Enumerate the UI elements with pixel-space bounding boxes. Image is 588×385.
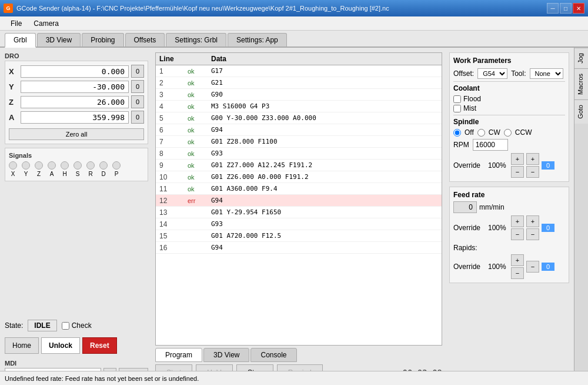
- dro-btn-z[interactable]: 0: [131, 95, 144, 108]
- offset-select[interactable]: G54G55G56G57: [477, 68, 507, 79]
- feedrate-unit: mm/min: [479, 203, 505, 211]
- table-row: 16 G94: [156, 242, 442, 254]
- rapids-override-plus-col: + −: [511, 254, 524, 279]
- rapids-override-minus-big[interactable]: −: [511, 267, 524, 279]
- feed-override-plus-small[interactable]: +: [526, 215, 539, 227]
- feed-override-plus-big[interactable]: +: [511, 215, 524, 227]
- signal-y: Y: [22, 161, 30, 177]
- spindle-off-radio[interactable]: [453, 129, 461, 137]
- row-data: G94: [209, 196, 442, 205]
- dro-input-z[interactable]: [21, 96, 129, 108]
- spindle-override-plus-big[interactable]: +: [511, 153, 524, 165]
- spindle-override-plus-small[interactable]: +: [526, 153, 539, 165]
- menu-file[interactable]: File: [5, 18, 28, 29]
- dro-input-x[interactable]: [21, 65, 129, 78]
- tab-settings-grbl[interactable]: Settings: Grbl: [166, 33, 226, 47]
- dro-input-a[interactable]: [21, 111, 129, 124]
- tab-offsets[interactable]: Offsets: [125, 33, 165, 47]
- rapids-override-minus-small[interactable]: −: [526, 261, 539, 273]
- feed-override-minus-small[interactable]: −: [526, 228, 539, 240]
- signal-label-h: H: [62, 171, 66, 177]
- spindle-ccw-radio[interactable]: [504, 129, 512, 137]
- menu-camera[interactable]: Camera: [28, 18, 65, 29]
- rapids-override-pct: 100%: [488, 263, 509, 271]
- macros-button[interactable]: Macros: [574, 68, 588, 99]
- table-row: 6 ok G94: [156, 124, 442, 136]
- signal-label-x: X: [11, 171, 15, 177]
- tab-probing[interactable]: Probing: [82, 33, 123, 47]
- row-data: G01 A360.000 F9.4: [209, 184, 442, 193]
- main-content: DRO X 0 Y 0 Z 0 A: [0, 48, 588, 385]
- tab-grbl[interactable]: Grbl: [5, 33, 36, 48]
- row-line: 8: [156, 149, 185, 158]
- dro-row-y: Y 0: [9, 80, 144, 93]
- row-status: [185, 224, 209, 225]
- table-row: 10 ok G01 Z26.000 A0.000 F191.2: [156, 171, 442, 183]
- row-data: M3 S16000 G4 P3: [209, 102, 442, 111]
- spindle-title: Spindle: [453, 118, 565, 126]
- feed-override-minus-big[interactable]: −: [511, 228, 524, 240]
- spindle-override-minus-small[interactable]: −: [526, 166, 539, 178]
- col-header-line: Line: [156, 55, 185, 63]
- dro-label-z: Z: [9, 98, 18, 107]
- row-status: [185, 235, 209, 237]
- unlock-button[interactable]: Unlock: [41, 337, 80, 354]
- coolant-mist-label: Mist: [463, 104, 476, 112]
- signal-x: X: [9, 161, 17, 177]
- gcode-tab-3dview[interactable]: 3D View: [203, 348, 249, 362]
- dro-btn-a[interactable]: 0: [131, 111, 144, 124]
- table-row: 7 ok G01 Z28.000 F1100: [156, 136, 442, 148]
- goto-button[interactable]: Goto: [574, 99, 588, 124]
- dro-input-y[interactable]: [21, 81, 129, 93]
- rapids-label: Rapids:: [453, 244, 486, 252]
- rpm-input[interactable]: [473, 139, 508, 151]
- tool-select[interactable]: None123: [530, 68, 563, 79]
- table-row: 8 ok G93: [156, 148, 442, 160]
- tab-3dview[interactable]: 3D View: [37, 33, 81, 47]
- signal-label-r: R: [88, 171, 92, 177]
- rapids-override-plus-big[interactable]: +: [511, 254, 524, 266]
- state-value: IDLE: [28, 320, 56, 331]
- close-button[interactable]: ✕: [573, 3, 584, 14]
- jog-button[interactable]: Jog: [574, 48, 588, 68]
- row-line: 6: [156, 125, 185, 135]
- table-row: 12 err G94: [156, 195, 442, 207]
- left-panel: DRO X 0 Y 0 Z 0 A: [0, 48, 153, 385]
- rpm-label: RPM: [453, 141, 469, 149]
- spindle-override-minus-big[interactable]: −: [511, 166, 524, 178]
- spindle-cw-radio[interactable]: [477, 129, 485, 137]
- check-checkbox[interactable]: [62, 322, 69, 330]
- row-line: 2: [156, 78, 185, 88]
- table-row: 15 G01 A720.000 F12.5: [156, 230, 442, 242]
- signal-z: Z: [35, 161, 43, 177]
- gcode-body[interactable]: 1 ok G17 2 ok G21 3 ok G90 4 ok M3 S: [156, 65, 442, 345]
- gcode-tab-console[interactable]: Console: [250, 348, 296, 362]
- row-status: ok: [185, 102, 209, 111]
- table-row: 11 ok G01 A360.000 F9.4: [156, 183, 442, 195]
- tab-settings-app[interactable]: Settings: App: [228, 33, 287, 47]
- maximize-button[interactable]: □: [560, 3, 572, 14]
- reset-button[interactable]: Reset: [82, 337, 117, 354]
- coolant-flood-checkbox[interactable]: [453, 95, 461, 103]
- row-status: ok: [185, 114, 209, 122]
- dro-btn-y[interactable]: 0: [131, 80, 144, 93]
- dro-btn-x[interactable]: 0: [131, 65, 144, 78]
- app-icon: G: [4, 4, 13, 13]
- signals-title: Signals: [9, 152, 144, 159]
- signal-dot-p: [112, 161, 121, 170]
- col-header-data: Data: [209, 55, 442, 63]
- spindle-radio-row: Off CW CCW: [453, 128, 565, 137]
- feedrate-title: Feed rate: [453, 191, 565, 199]
- menu-bar: File Camera: [0, 16, 588, 31]
- dro-container: X 0 Y 0 Z 0 A 0: [5, 61, 148, 144]
- row-data: G21: [209, 78, 442, 87]
- zero-all-button[interactable]: Zero all: [9, 128, 144, 140]
- rapids-override-label: Override: [453, 263, 486, 271]
- coolant-mist-checkbox[interactable]: [453, 105, 461, 112]
- gcode-tab-program[interactable]: Program: [155, 348, 202, 362]
- minimize-button[interactable]: ─: [547, 3, 559, 14]
- home-button[interactable]: Home: [5, 337, 39, 354]
- dro-section: DRO X 0 Y 0 Z 0 A: [5, 52, 148, 144]
- signal-label-d: D: [101, 171, 105, 177]
- title-bar: G GCode Sender (alpha-14) - F:\CNC Proje…: [0, 0, 588, 16]
